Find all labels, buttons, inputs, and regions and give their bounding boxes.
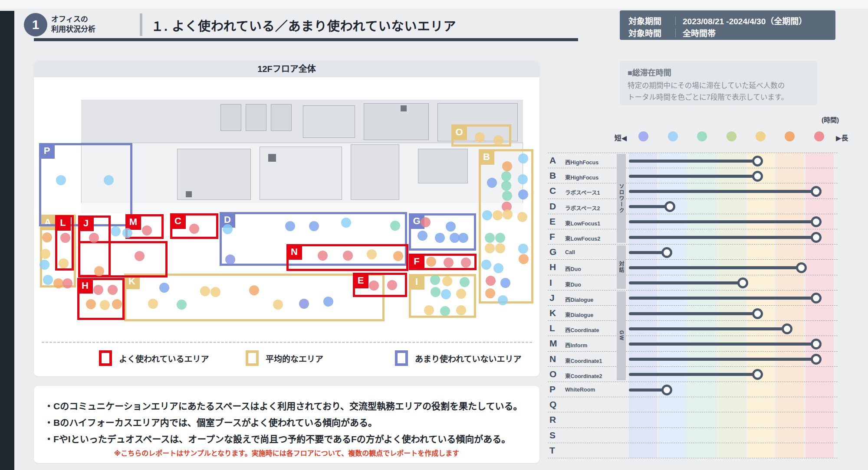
occupancy-dot [309,221,319,231]
legend-swatch-2 [246,350,259,366]
chart-row-name-A: 西HighFocus [565,158,616,166]
floorplan-card: 12Fフロア全体 PAKIOBDGLJMCNEFH よく使われているエリア平均的… [34,61,539,376]
occupancy-dot [441,289,451,299]
occupancy-dot [475,132,485,142]
chart-row-letter-P: P [549,384,562,395]
occupancy-dot [59,258,69,268]
header-underline [34,38,578,41]
color-scale [629,131,834,142]
chart-row-name-M: 西Inform [565,341,616,349]
top-margin [0,0,868,9]
row-separator [548,214,838,214]
chart-row-letter-S: S [549,430,562,441]
lollipop-marker-C [811,186,822,197]
section-number-badge: 1 [24,13,47,36]
section-label-line2: 利用状況分析 [51,24,95,34]
occupancy-dot [500,278,510,288]
group-band-2: 対話 [617,245,626,289]
lollipop-line-E [629,220,816,223]
info-desc-line1: 特定の期間中にその場に滞在していた延べ人数の [628,80,785,90]
occupancy-dot [430,275,440,285]
occupancy-dot [56,175,66,185]
occupancy-dot [458,233,468,243]
chart-row-letter-L: L [549,323,562,333]
occupancy-dot [60,233,70,243]
group-band-label: GW [618,330,625,341]
occupancy-dot [487,178,497,188]
occupancy-dot [481,260,491,270]
legend-swatch-1 [99,350,112,366]
occupancy-dot [426,257,436,267]
chart-row-letter-T: T [549,445,562,456]
occupancy-dot [341,218,351,228]
legend-label-3: あまり使われていないエリア [415,352,521,364]
lollipop-line-K [629,312,758,315]
group-band-label: ソロワーク [618,183,625,214]
legend-item-1: よく使われているエリア [99,350,209,366]
occupancy-dot [135,251,145,261]
chart-row-name-C: ラボスペース1 [565,188,616,196]
occupancy-dot [482,210,492,220]
occupancy-dot [62,278,72,288]
occupancy-dot [486,276,496,286]
row-separator [548,320,838,321]
chart-row-letter-K: K [549,308,562,318]
row-separator [548,229,838,229]
lollipop-marker-F [811,232,822,243]
lollipop-line-F [629,236,816,239]
occupancy-dot [43,275,53,285]
scale-dot-1 [638,131,648,141]
legend-label-1: よく使われているエリア [119,352,209,364]
legend-separator [42,342,532,343]
occupancy-dot [495,243,505,253]
occupancy-dot [367,249,377,259]
occupancy-dot [495,233,505,243]
occupancy-dot [299,299,309,309]
floor-area-label-I: I [409,274,424,290]
chart-row-name-J: 西Dialogue [565,295,616,304]
occupancy-dot [189,224,199,234]
scale-long-text: 長 [841,134,848,142]
period-value: 2023/08/21 -2024/4/30（全期間） [683,15,807,26]
chart-row-name-G: Call [565,249,616,255]
sample-disclaimer: ※こちらのレポートはサンプルとなります。実施時には各フロアについて、複数の観点で… [34,447,539,458]
group-band-3: GW [617,291,626,380]
lollipop-line-O [629,373,758,376]
occupancy-dot [42,232,52,242]
row-separator [548,305,838,306]
chart-row-name-O: 東Coordinate2 [565,372,616,380]
occupancy-dot [501,181,511,191]
row-separator [548,412,838,412]
floor-area-E: E [353,273,407,297]
lollipop-line-H [629,266,802,269]
occupancy-dot [100,300,110,310]
scale-dot-3 [697,131,707,141]
chart-row-name-E: 東LowFocus1 [565,219,616,227]
floor-area-label-O: O [451,124,467,140]
floorplan-card-title: 12Fフロア全体 [34,61,539,77]
scale-short-text: 短 [615,134,621,142]
time-value: 全時間帯 [683,27,716,39]
scale-dot-2 [668,131,678,141]
target-period-box: 対象期間 2023/08/21 -2024/4/30（全期間） 対象時間 全時間… [620,10,835,40]
chart-row-letter-D: D [549,201,562,212]
lollipop-line-D [629,205,670,208]
floor-legend: よく使われているエリア平均的なエリアあまり使われていないエリア [34,350,539,372]
floor-area-label-F: F [409,254,424,269]
chart-row-letter-E: E [549,216,562,227]
occupancy-dot [502,191,512,201]
occupancy-dot [393,251,403,261]
floor-area-P: P [39,143,132,226]
floor-area-label-E: E [353,273,368,288]
occupancy-dot [444,258,454,268]
lollipop-line-C [629,190,816,193]
legend-label-2: 平均的なエリア [266,352,323,364]
occupancy-dot [285,221,295,231]
occupancy-dot [493,263,503,273]
occupancy-dot [111,226,121,236]
floorplan: PAKIOBDGLJMCNEFH [34,79,539,340]
lollipop-marker-G [661,247,672,258]
occupancy-dot [518,244,528,254]
occupancy-dot [86,299,96,309]
chart-row-name-N: 東Coordinate1 [565,356,616,365]
